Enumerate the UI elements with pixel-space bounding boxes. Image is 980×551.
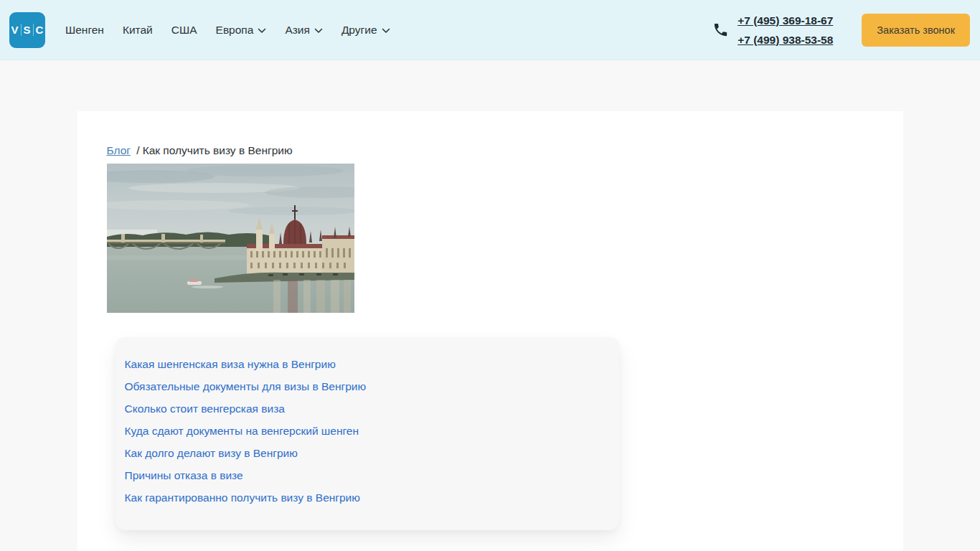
nav-item-китай[interactable]: Китай <box>123 24 153 37</box>
breadcrumb-blog-link[interactable]: Блог <box>107 144 131 156</box>
chevron-down-icon <box>314 28 323 34</box>
chevron-down-icon <box>382 28 390 34</box>
nav-item-label: Другие <box>341 24 377 37</box>
toc-link[interactable]: Обязательные документы для визы в Венгри… <box>125 380 367 392</box>
nav-item-label: Шенген <box>65 24 104 37</box>
page-main: Блог /Как получить визу в Венгрию <box>0 111 980 551</box>
logo[interactable]: VSC <box>9 12 45 48</box>
breadcrumb-current: Как получить визу в Венгрию <box>143 144 293 156</box>
nav-item-label: Китай <box>123 24 153 37</box>
toc-link[interactable]: Куда сдают документы на венгерский шенге… <box>125 425 359 437</box>
breadcrumb: Блог /Как получить визу в Венгрию <box>107 143 874 157</box>
nav-item-сша[interactable]: США <box>171 24 197 37</box>
nav-item-label: Европа <box>216 24 254 37</box>
phone-link[interactable]: +7 (495) 369-18-67 <box>738 11 833 30</box>
toc-link[interactable]: Причины отказа в визе <box>125 469 243 481</box>
toc-item: Как гарантированно получить визу в Венгр… <box>125 486 605 509</box>
site-header: VSC ШенгенКитайСШАЕвропаАзияДругие +7 (4… <box>0 0 980 60</box>
breadcrumb-separator: / <box>136 144 139 156</box>
toc-item: Причины отказа в визе <box>125 464 605 486</box>
nav-item-шенген[interactable]: Шенген <box>65 24 104 37</box>
phone-numbers: +7 (495) 369-18-67+7 (499) 938-53-58 <box>738 11 833 50</box>
nav-item-другие[interactable]: Другие <box>341 24 390 37</box>
toc-item: Обязательные документы для визы в Венгри… <box>125 375 605 397</box>
toc-link[interactable]: Как долго делают визу в Венгрию <box>125 447 298 459</box>
phone-link[interactable]: +7 (499) 938-53-58 <box>738 30 833 50</box>
main-nav: ШенгенКитайСШАЕвропаАзияДругие <box>65 24 390 37</box>
toc-card: Какая шенгенская виза нужна в ВенгриюОбя… <box>116 337 619 530</box>
header-contact-area: +7 (495) 369-18-67+7 (499) 938-53-58 Зак… <box>712 11 970 50</box>
toc-item: Какая шенгенская виза нужна в Венгрию <box>125 353 605 375</box>
order-call-button[interactable]: Заказать звонок <box>862 14 970 47</box>
logo-letter: V <box>11 24 19 36</box>
nav-item-label: Азия <box>285 24 310 37</box>
nav-item-азия[interactable]: Азия <box>285 24 323 37</box>
toc-link[interactable]: Как гарантированно получить визу в Венгр… <box>125 491 360 504</box>
content-card: Блог /Как получить визу в Венгрию <box>77 111 903 551</box>
toc-list: Какая шенгенская виза нужна в ВенгриюОбя… <box>125 353 605 509</box>
nav-item-европа[interactable]: Европа <box>216 24 267 37</box>
chevron-down-icon <box>258 28 266 34</box>
toc-item: Сколько стоит венгерская виза <box>125 397 605 420</box>
toc-item: Как долго делают визу в Венгрию <box>125 442 605 464</box>
toc-link[interactable]: Какая шенгенская виза нужна в Венгрию <box>125 358 336 370</box>
logo-letter: C <box>33 24 44 36</box>
nav-item-label: США <box>171 24 197 37</box>
budapest-photo <box>107 164 354 313</box>
phone-icon <box>712 22 729 38</box>
toc-item: Куда сдают документы на венгерский шенге… <box>125 420 605 442</box>
logo-letter: S <box>21 24 32 36</box>
toc-link[interactable]: Сколько стоит венгерская виза <box>125 402 285 415</box>
